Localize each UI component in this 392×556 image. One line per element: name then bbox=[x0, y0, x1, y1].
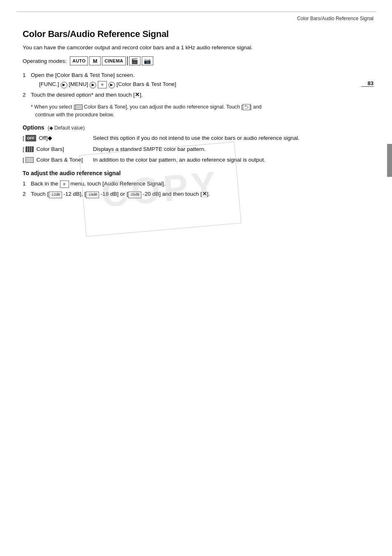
options-section: Options (◆ Default value) [OFF Off]◆ Sel… bbox=[23, 124, 365, 164]
mode-separator bbox=[127, 56, 128, 65]
main-content: Color Bars/Audio Reference Signal You ca… bbox=[23, 29, 365, 203]
arrow-3: ▶ bbox=[108, 82, 115, 88]
mode-auto: AUTO bbox=[70, 56, 88, 65]
top-rule bbox=[16, 12, 376, 12]
menu-label: [MENU] bbox=[69, 81, 88, 87]
step-1-text: Open the [Color Bars & Test Tone] screen… bbox=[31, 72, 134, 78]
menu-icon-inline: ≡ bbox=[98, 81, 107, 88]
step-1-content: Open the [Color Bars & Test Tone] screen… bbox=[31, 71, 365, 89]
step-2-content: Touch the desired option* and then touch… bbox=[31, 91, 365, 99]
step-2-num: 2 bbox=[23, 91, 31, 99]
options-title: Options bbox=[23, 124, 44, 131]
option-colorbarstione-label: [ Color Bars & Tone] bbox=[23, 156, 88, 164]
sub-step-1: 1 Back in the ≡ menu, touch [Audio Refer… bbox=[23, 180, 365, 188]
subsection-title: To adjust the audio reference signal bbox=[23, 170, 365, 176]
steps-list: 1 Open the [Color Bars & Test Tone] scre… bbox=[23, 71, 365, 99]
step-1: 1 Open the [Color Bars & Test Tone] scre… bbox=[23, 71, 365, 89]
right-tab bbox=[387, 144, 392, 177]
mode-m: M bbox=[89, 56, 101, 65]
intro-text: You can have the camcorder output and re… bbox=[23, 44, 365, 51]
sub-step-2-content: Touch [-12dB -12 dB], [-18dB -18 dB] or … bbox=[31, 190, 365, 198]
page-title: Color Bars/Audio Reference Signal bbox=[23, 29, 365, 39]
arrow-1: ▶ bbox=[61, 82, 67, 88]
option-colorbars-label: [ Color Bars] bbox=[23, 145, 88, 153]
step-1-sub: [FUNC.] ▶ [MENU] ▶ ≡ ▶ [Color Bars & Tes… bbox=[39, 80, 365, 88]
mode-icon-2: 📷 bbox=[142, 56, 153, 65]
default-note: (◆ Default value) bbox=[48, 125, 85, 131]
option-colorbarstione-desc: In addition to the color bar pattern, an… bbox=[88, 156, 365, 164]
db-20-badge: -20dB bbox=[128, 192, 141, 198]
db-18-badge: -18dB bbox=[86, 192, 99, 198]
option-off-row: [OFF Off]◆ Select this option if you do … bbox=[23, 134, 365, 142]
sub-step-1-content: Back in the ≡ menu, touch [Audio Referen… bbox=[31, 180, 365, 188]
adjust-section: To adjust the audio reference signal 1 B… bbox=[23, 170, 365, 199]
option-colorbars-desc: Displays a standard SMPTE color bar patt… bbox=[88, 145, 365, 153]
footnote: * When you select [ Color Bars & Tone], … bbox=[31, 103, 365, 119]
menu-icon-inline-2: ≡ bbox=[60, 181, 69, 188]
option-off-desc: Select this option if you do not intend … bbox=[88, 134, 365, 142]
step-2: 2 Touch the desired option* and then tou… bbox=[23, 91, 365, 99]
step-2-text: Touch the desired option* and then touch… bbox=[31, 92, 143, 98]
colorbars-menu-label: [Color Bars & Test Tone] bbox=[117, 81, 176, 87]
off-badge: OFF bbox=[25, 135, 36, 141]
operating-modes-row: Operating modes: AUTO M CINEMA 🎬 📷 bbox=[23, 56, 365, 65]
sub-steps-list: 1 Back in the ≡ menu, touch [Audio Refer… bbox=[23, 180, 365, 199]
options-header: Options (◆ Default value) bbox=[23, 124, 365, 131]
sub-step-1-num: 1 bbox=[23, 180, 31, 188]
option-colorbars-row: [ Color Bars] Displays a standard SMPTE … bbox=[23, 145, 365, 153]
page-number: 83 bbox=[368, 80, 374, 86]
db-12-badge: -12dB bbox=[49, 192, 62, 198]
colorbarstone-icon bbox=[25, 157, 34, 163]
header-title: Color Bars/Audio Reference Signal bbox=[297, 16, 374, 21]
option-colorbarstione-row: [ Color Bars & Tone] In addition to the … bbox=[23, 156, 365, 164]
mode-icon-1: 🎬 bbox=[129, 56, 141, 65]
colorbars-icon bbox=[25, 146, 34, 152]
step-1-num: 1 bbox=[23, 71, 31, 89]
return-icon: ⮌ bbox=[243, 104, 250, 110]
operating-modes-label: Operating modes: bbox=[23, 58, 67, 64]
option-off-label: [OFF Off]◆ bbox=[23, 134, 88, 142]
colorbarstone-ref-icon bbox=[75, 104, 83, 110]
func-label: [FUNC.] bbox=[39, 81, 59, 87]
arrow-2: ▶ bbox=[90, 82, 96, 88]
mode-cinema: CINEMA bbox=[102, 56, 125, 65]
sub-step-2: 2 Touch [-12dB -12 dB], [-18dB -18 dB] o… bbox=[23, 190, 365, 198]
sub-step-2-num: 2 bbox=[23, 190, 31, 198]
